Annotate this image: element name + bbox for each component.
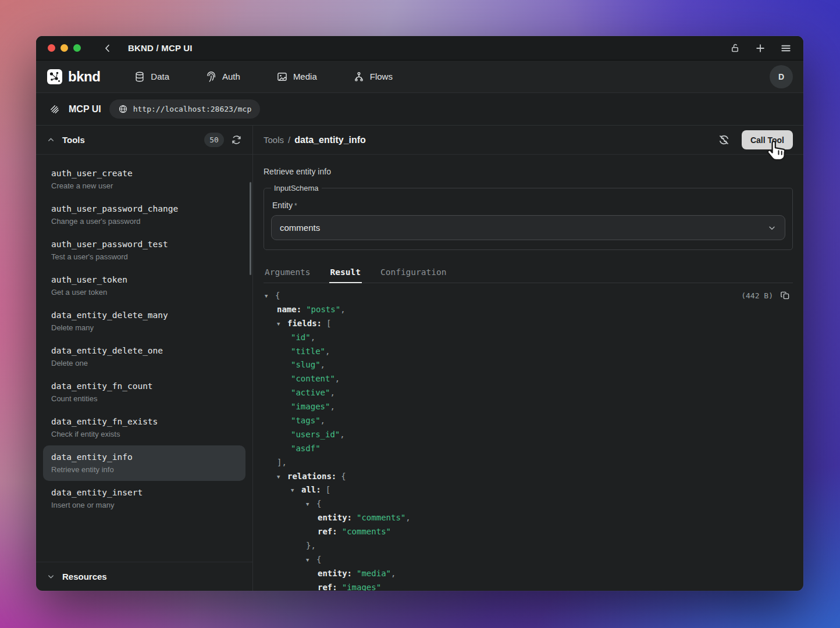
image-icon [276,71,288,83]
tool-item-data_entity_delete_many[interactable]: data_entity_delete_many Delete many [43,304,245,339]
tool-name: data_entity_delete_many [51,309,237,321]
nav-item-data[interactable]: Data [134,71,169,83]
refresh-icon [231,134,242,145]
json-line: ref:"images" [264,581,793,591]
breadcrumb-separator: / [288,135,290,145]
user-avatar[interactable]: D [770,65,793,88]
json-line: "content", [264,372,793,386]
page-title: MCP UI [69,104,101,115]
sync-off-button[interactable] [718,134,730,146]
sidebar-scrollbar[interactable] [250,182,251,275]
mcp-header-bar: MCP UI http://localhost:28623/mcp [36,93,803,126]
tool-detail-panel: Tools / data_entity_info Call Tool Retri… [253,126,803,591]
tools-sidebar: Tools 50 auth_user_create Create a new u… [36,126,253,591]
nav-item-label: Auth [222,72,240,81]
tool-description: Create a new user [51,181,237,191]
tool-detail-body: Retrieve entity info InputSchema Entity*… [253,155,803,591]
tool-item-data_entity_delete_one[interactable]: data_entity_delete_one Delete one [43,339,245,374]
json-line[interactable]: ▼all:[ [264,483,793,497]
tool-description: Retrieve entity info [51,465,237,475]
json-line[interactable]: ▼relations:{ [264,470,793,484]
tool-description: Change a user's password [51,216,237,227]
json-line: "tags", [264,414,793,428]
tool-name: auth_user_password_test [51,238,237,250]
tool-description: Check if entity exists [51,429,237,440]
tab-configuration[interactable]: Configuration [379,262,448,283]
nav-item-label: Data [151,72,169,81]
json-line[interactable]: ▼{ [264,289,793,303]
app-window: BKND / MCP UI bknd Data Auth [36,36,803,591]
nav-item-label: Media [293,72,317,81]
menu-button[interactable] [780,42,792,54]
json-result-viewer: (442 B) ▼{ name:"posts", ▼fields:[ "id",… [264,283,793,591]
entity-select[interactable]: comments [271,215,785,240]
tool-summary-text: Retrieve entity info [264,167,793,176]
json-line: "id", [264,331,793,345]
json-line[interactable]: ▼fields:[ [264,317,793,331]
json-line: ], [264,456,793,470]
plus-icon [754,42,766,54]
tool-item-auth_user_create[interactable]: auth_user_create Create a new user [43,162,245,197]
tool-name: data_entity_info [51,451,237,463]
lock-open-icon[interactable] [729,42,741,53]
mcp-url-pill[interactable]: http://localhost:28623/mcp [109,99,261,119]
tool-item-data_entity_fn_exists[interactable]: data_entity_fn_exists Check if entity ex… [43,410,245,445]
tab-arguments[interactable]: Arguments [264,262,312,283]
tool-description: Test a user's password [51,252,237,262]
tool-item-auth_user_token[interactable]: auth_user_token Get a user token [43,268,245,304]
tool-name: auth_user_create [51,167,237,179]
tool-name: data_entity_insert [51,487,237,498]
database-icon [134,71,145,83]
json-line[interactable]: ▼{ [264,497,793,511]
zoom-window-button[interactable] [73,44,81,52]
tool-item-auth_user_password_test[interactable]: auth_user_password_test Test a user's pa… [43,233,245,268]
tool-name: data_entity_fn_exists [51,416,237,427]
mcp-url: http://localhost:28623/mcp [133,105,252,113]
json-line[interactable]: ▼{ [264,553,793,567]
nav-item-flows[interactable]: Flows [353,71,393,83]
result-tabs: Arguments Result Configuration [264,262,793,283]
required-mark: * [294,202,297,210]
call-tool-button[interactable]: Call Tool [742,130,793,149]
tool-description: Get a user token [51,287,237,298]
sync-off-icon [718,134,730,146]
json-line: entity:"media", [264,567,793,581]
new-tab-button[interactable] [754,42,766,54]
tool-item-data_entity_insert[interactable]: data_entity_insert Insert one or many [43,481,245,516]
flow-icon [353,71,365,83]
json-line: "active", [264,386,793,400]
tool-item-auth_user_password_change[interactable]: auth_user_password_change Change a user'… [43,197,245,233]
json-line: entity:"comments", [264,511,793,525]
input-schema-fieldset: InputSchema Entity* comments [264,184,793,250]
json-line: "slug", [264,358,793,372]
back-button[interactable] [102,43,113,53]
back-icon [102,43,113,53]
tool-description: Delete one [51,358,237,369]
chevron-down-icon [47,572,55,581]
entity-field-label: Entity* [272,201,785,210]
tab-result[interactable]: Result [329,262,362,283]
chevron-down-icon [767,223,777,233]
resources-section-header[interactable]: Resources [36,562,252,591]
json-line: ref:"comments" [264,525,793,539]
breadcrumb-current: data_entity_info [294,135,366,145]
tools-count-badge: 50 [204,133,224,147]
json-line: "title", [264,345,793,359]
tool-item-data_entity_info[interactable]: data_entity_info Retrieve entity info [43,445,245,481]
json-line: "users_id", [264,428,793,442]
tool-description: Insert one or many [51,500,237,511]
nav-item-media[interactable]: Media [276,71,317,83]
minimize-window-button[interactable] [60,44,68,52]
tool-item-data_entity_fn_count[interactable]: data_entity_fn_count Count entities [43,374,245,410]
json-line: "images", [264,400,793,414]
breadcrumb-section[interactable]: Tools [264,135,284,145]
nav-item-auth[interactable]: Auth [205,71,240,83]
window-titlebar: BKND / MCP UI [36,36,803,60]
brand-logo[interactable]: bknd [47,69,100,85]
close-window-button[interactable] [48,44,55,52]
tool-detail-header: Tools / data_entity_info Call Tool [253,126,803,155]
tools-section-header[interactable]: Tools 50 [36,126,252,155]
result-size-label: (442 B) [741,291,773,300]
copy-button[interactable] [780,290,791,301]
refresh-tools-button[interactable] [231,134,242,145]
